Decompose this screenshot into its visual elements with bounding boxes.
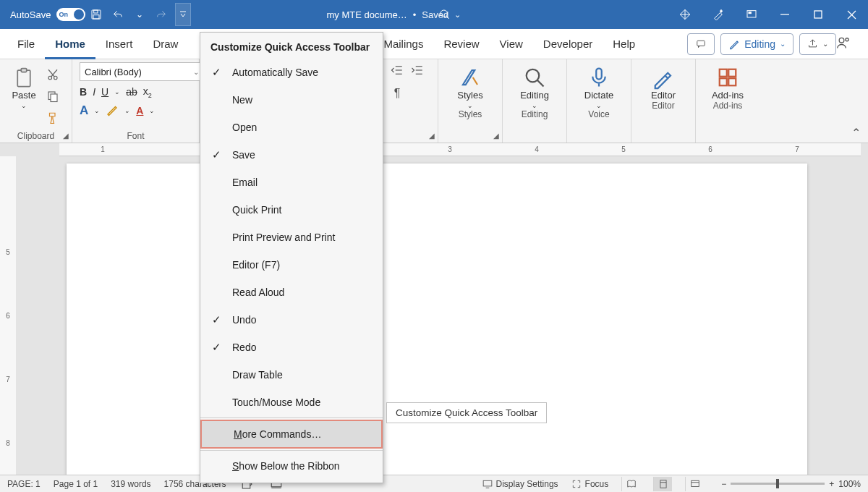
collapse-ribbon-icon[interactable]: ⌃ bbox=[851, 126, 861, 140]
menu-item-open[interactable]: Open bbox=[200, 114, 383, 141]
tab-home[interactable]: Home bbox=[45, 29, 95, 59]
format-painter-icon[interactable] bbox=[45, 110, 61, 126]
paste-button[interactable]: Paste⌄ bbox=[7, 62, 41, 109]
status-page-short[interactable]: PAGE: 1 bbox=[7, 479, 41, 489]
menu-item-touchmouse[interactable]: Touch/Mouse Mode bbox=[200, 389, 383, 416]
menu-item-quickprint[interactable]: Quick Print bbox=[200, 196, 383, 224]
comments-button[interactable] bbox=[687, 33, 715, 55]
zoom-in-icon[interactable]: + bbox=[829, 479, 834, 489]
doc-name: my MTE docume… bbox=[326, 9, 407, 20]
tab-insert[interactable]: Insert bbox=[95, 29, 143, 59]
display-settings-button[interactable]: Display Settings bbox=[482, 479, 558, 489]
dialog-launcher-icon[interactable]: ◢ bbox=[429, 132, 435, 140]
menu-item-undo[interactable]: Undo bbox=[200, 306, 383, 334]
menu-item-show-below[interactable]: Show Below the Ribbon bbox=[200, 452, 383, 480]
styles-button[interactable]: Styles⌄ bbox=[446, 62, 495, 109]
autosave-toggle[interactable]: AutoSave On bbox=[10, 8, 85, 21]
qat-customize-button[interactable] bbox=[175, 3, 191, 26]
underline-button[interactable]: U bbox=[101, 86, 109, 98]
tab-help[interactable]: Help bbox=[603, 29, 645, 59]
document-page[interactable] bbox=[67, 164, 807, 482]
svg-rect-9 bbox=[814, 11, 822, 18]
tab-draw[interactable]: Draw bbox=[142, 29, 188, 59]
editing-button[interactable]: Editing⌄ bbox=[510, 62, 559, 109]
status-page-long[interactable]: Page 1 of 1 bbox=[54, 479, 98, 489]
zoom-level[interactable]: 100% bbox=[838, 479, 861, 489]
status-words[interactable]: 319 words bbox=[111, 479, 150, 489]
ribbon: Paste⌄ Clipboard ◢ Calibri (Body)⌄ B I U… bbox=[0, 59, 868, 143]
font-family-select[interactable]: Calibri (Body)⌄ bbox=[80, 62, 204, 81]
save-icon[interactable] bbox=[85, 0, 107, 29]
menu-item-readaloud[interactable]: Read Aloud bbox=[200, 279, 383, 306]
search-icon[interactable] bbox=[434, 0, 456, 29]
text-effects-button[interactable]: A bbox=[80, 103, 88, 118]
pilcrow-icon[interactable]: ¶ bbox=[389, 85, 405, 101]
font-color-button[interactable]: A bbox=[136, 105, 143, 116]
editing-mode-button[interactable]: Editing⌄ bbox=[720, 33, 793, 55]
menu-item-drawtable[interactable]: Draw Table bbox=[200, 361, 383, 389]
minimize-button[interactable] bbox=[768, 0, 801, 29]
menu-item-new[interactable]: New bbox=[200, 86, 383, 114]
svg-rect-2 bbox=[93, 15, 99, 19]
svg-rect-1 bbox=[94, 10, 98, 13]
menu-item-redo[interactable]: Redo bbox=[200, 334, 383, 361]
vertical-ruler[interactable]: 5 6 7 8 bbox=[0, 156, 16, 475]
svg-rect-32 bbox=[720, 78, 727, 85]
diamond-icon[interactable] bbox=[668, 0, 702, 29]
menu-item-autosave[interactable]: Automatically Save bbox=[200, 59, 383, 86]
toggle-switch[interactable]: On bbox=[56, 8, 85, 21]
increase-indent-icon[interactable] bbox=[409, 62, 425, 78]
svg-rect-7 bbox=[749, 12, 751, 14]
highlight-button[interactable] bbox=[106, 103, 119, 119]
tab-view[interactable]: View bbox=[490, 29, 533, 59]
zoom-slider[interactable]: − + 100% bbox=[721, 479, 861, 489]
redo-icon[interactable] bbox=[150, 0, 172, 29]
decrease-indent-icon[interactable] bbox=[389, 62, 405, 78]
copy-icon[interactable] bbox=[45, 88, 61, 104]
group-label: Font bbox=[80, 131, 192, 143]
menu-item-printpreview[interactable]: Print Preview and Print bbox=[200, 224, 383, 251]
print-layout-icon[interactable] bbox=[653, 477, 672, 491]
horizontal-ruler[interactable]: 1 3 4 5 6 7 bbox=[59, 143, 861, 156]
editor-button[interactable]: Editor bbox=[639, 62, 688, 101]
web-layout-icon[interactable] bbox=[685, 477, 704, 491]
menu-item-more-commands[interactable]: More Commands… bbox=[200, 420, 383, 449]
cut-icon[interactable] bbox=[45, 67, 61, 82]
subscript-button[interactable]: x2 bbox=[143, 85, 152, 99]
ribbon-display-icon[interactable] bbox=[735, 0, 768, 29]
group-styles: Styles⌄ Styles ◢ bbox=[438, 59, 503, 143]
svg-rect-29 bbox=[596, 69, 602, 80]
close-button[interactable] bbox=[835, 0, 868, 29]
group-font: Calibri (Body)⌄ B I U⌄ ab x2 A⌄ ⌄ A⌄ Fon… bbox=[72, 59, 200, 143]
undo-icon[interactable] bbox=[107, 0, 129, 29]
focus-button[interactable]: Focus bbox=[571, 479, 609, 489]
addins-button[interactable]: Add-ins bbox=[703, 62, 752, 101]
strike-button[interactable]: ab bbox=[126, 86, 137, 98]
tab-developer[interactable]: Developer bbox=[533, 29, 603, 59]
menu-item-save[interactable]: Save bbox=[200, 141, 383, 169]
svg-rect-20 bbox=[51, 94, 57, 102]
italic-button[interactable]: I bbox=[93, 86, 95, 98]
account-icon[interactable] bbox=[836, 35, 861, 52]
group-label: Add-ins bbox=[703, 101, 752, 112]
maximize-button[interactable] bbox=[801, 0, 835, 29]
svg-rect-6 bbox=[747, 11, 756, 17]
tab-file[interactable]: File bbox=[7, 29, 45, 59]
svg-point-27 bbox=[527, 69, 540, 82]
svg-rect-31 bbox=[728, 69, 736, 77]
dictate-button[interactable]: Dictate⌄ bbox=[574, 62, 624, 109]
menu-item-editor[interactable]: Editor (F7) bbox=[200, 251, 383, 279]
share-button[interactable]: ⌄ bbox=[799, 33, 836, 55]
tab-review[interactable]: Review bbox=[433, 29, 489, 59]
svg-point-4 bbox=[441, 10, 447, 17]
tooltip: Customize Quick Access Toolbar bbox=[386, 402, 547, 423]
zoom-out-icon[interactable]: − bbox=[721, 479, 726, 489]
menu-item-email[interactable]: Email bbox=[200, 169, 383, 196]
dialog-launcher-icon[interactable]: ◢ bbox=[493, 132, 499, 140]
undo-dropdown-icon[interactable]: ⌄ bbox=[129, 0, 150, 29]
read-mode-icon[interactable] bbox=[621, 477, 640, 491]
group-label: Clipboard bbox=[7, 131, 64, 143]
pencil-sparkle-icon[interactable] bbox=[702, 0, 735, 29]
bold-button[interactable]: B bbox=[80, 86, 87, 98]
dialog-launcher-icon[interactable]: ◢ bbox=[63, 132, 69, 140]
